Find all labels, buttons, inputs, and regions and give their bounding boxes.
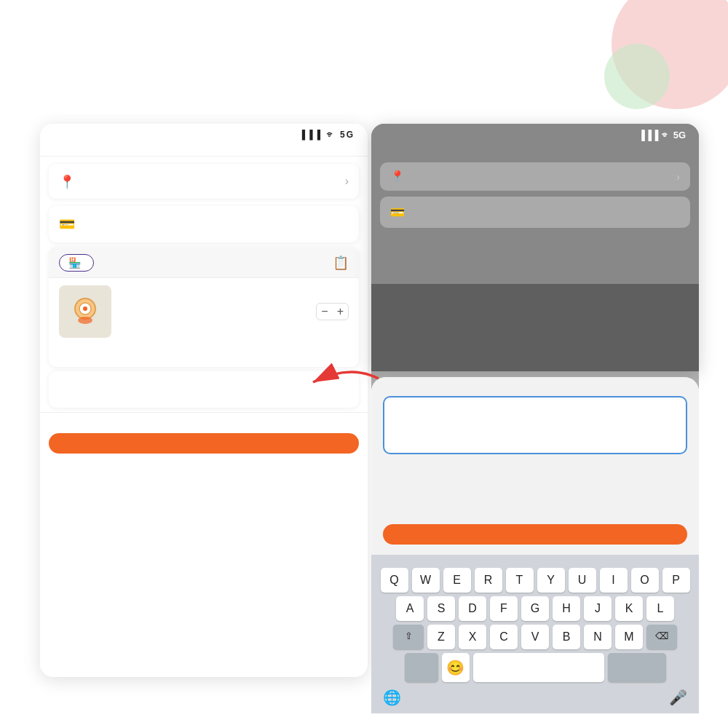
key-l[interactable]: L [646, 596, 674, 621]
key-m[interactable]: M [615, 625, 643, 649]
status-icons-left: ▐▐▐ ᯤ 5G [299, 130, 355, 140]
modal-box: Q W E R T Y U I O P A S D F G H J K L [371, 377, 699, 713]
key-f[interactable]: F [490, 596, 518, 621]
mic-icon[interactable]: 🎤 [669, 689, 687, 706]
key-t[interactable]: T [506, 568, 534, 593]
keyboard-row-3: ⇧ Z X C V B N M ⌫ [374, 625, 696, 649]
modal-input-area[interactable] [383, 396, 687, 454]
place-order-button[interactable] [49, 433, 359, 454]
key-z[interactable]: Z [427, 625, 455, 649]
right-payment-card: 💳 [380, 197, 690, 228]
key-s[interactable]: S [427, 596, 455, 621]
key-h[interactable]: H [553, 596, 580, 621]
svg-point-3 [78, 317, 92, 324]
keyboard-bottom: 🌐 🎤 [374, 686, 696, 711]
bg-circle-green [604, 44, 670, 109]
phone-left: ▐▐▐ ᯤ 5G 📍 › 💳 🏪 📋 [40, 124, 368, 677]
remarks-eg-label [383, 463, 687, 480]
key-shift[interactable]: ⇧ [393, 625, 424, 649]
store-header: 🏪 📋 [49, 247, 359, 278]
keyboard-row-4: 😊 [374, 653, 696, 682]
address-chevron: › [345, 175, 349, 188]
key-d[interactable]: D [459, 596, 486, 621]
key-delete[interactable]: ⌫ [646, 625, 677, 649]
modal-header [371, 377, 699, 396]
modal-overlay: Q W E R T Y U I O P A S D F G H J K L [371, 284, 699, 713]
phone-header-right [371, 143, 699, 157]
status-bar-left: ▐▐▐ ᯤ 5G [40, 124, 368, 143]
store-section: 🏪 📋 − [49, 247, 359, 367]
product-image [59, 285, 111, 338]
confirm-button[interactable] [383, 524, 687, 545]
key-i[interactable]: I [600, 568, 628, 593]
key-o[interactable]: O [631, 568, 659, 593]
keyboard-suggestions [374, 559, 696, 566]
qty-minus[interactable]: − [321, 305, 328, 318]
key-v[interactable]: V [521, 625, 549, 649]
key-p[interactable]: P [662, 568, 690, 593]
quantity-control[interactable]: − + [316, 303, 349, 320]
right-address-row: 📍 › [390, 170, 680, 183]
key-c[interactable]: C [490, 625, 518, 649]
product-info [119, 310, 309, 313]
key-u[interactable]: U [569, 568, 596, 593]
key-emoji[interactable]: 😊 [442, 653, 470, 682]
key-j[interactable]: J [584, 596, 612, 621]
total-bar [40, 412, 368, 427]
key-r[interactable]: R [475, 568, 502, 593]
address-card[interactable]: 📍 › [49, 164, 359, 199]
note-icon[interactable]: 📋 [333, 255, 349, 271]
right-address-card: 📍 › [380, 162, 690, 191]
key-return[interactable] [608, 653, 666, 682]
keyboard-row-2: A S D F G H J K L [374, 596, 696, 621]
right-chevron: › [676, 171, 680, 183]
key-k[interactable]: K [615, 596, 643, 621]
key-y[interactable]: Y [537, 568, 565, 593]
key-e[interactable]: E [443, 568, 471, 593]
store-badge[interactable]: 🏪 [59, 254, 94, 272]
key-g[interactable]: G [521, 596, 549, 621]
red-arrow [291, 357, 386, 400]
right-location-icon: 📍 [390, 170, 405, 183]
keyboard-row-1: Q W E R T Y U I O P [374, 568, 696, 593]
key-b[interactable]: B [553, 625, 580, 649]
key-num[interactable] [405, 653, 438, 682]
payment-card[interactable]: 💳 [49, 206, 359, 242]
qty-plus[interactable]: + [337, 305, 344, 318]
store-icon: 🏪 [68, 257, 81, 269]
address-row: 📍 › [59, 173, 349, 190]
location-icon: 📍 [59, 174, 75, 190]
keyboard: Q W E R T Y U I O P A S D F G H J K L [371, 555, 699, 713]
globe-icon[interactable]: 🌐 [383, 689, 401, 706]
key-space[interactable] [473, 653, 604, 682]
key-a[interactable]: A [396, 596, 424, 621]
svg-point-4 [83, 306, 87, 311]
key-x[interactable]: X [459, 625, 486, 649]
key-w[interactable]: W [412, 568, 440, 593]
right-payment-icon: 💳 [390, 205, 405, 219]
status-icons-right: ▐▐▐ ᯤ 5G [638, 130, 686, 141]
product-row: − + [49, 278, 359, 345]
key-n[interactable]: N [584, 625, 612, 649]
status-bar-right: ▐▐▐ ᯤ 5G [371, 124, 699, 143]
payment-icon: 💳 [59, 216, 75, 232]
phone-header-left [40, 143, 368, 157]
key-q[interactable]: Q [381, 568, 408, 593]
